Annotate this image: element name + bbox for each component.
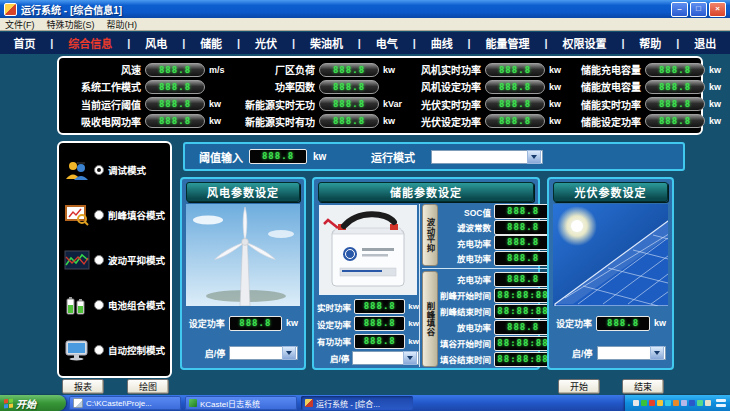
nav-help[interactable]: 帮助 xyxy=(639,35,661,51)
tray-icon[interactable] xyxy=(657,400,663,406)
battery-image xyxy=(319,205,417,295)
filter-const-input[interactable]: 888.8 xyxy=(494,220,552,235)
chevron-down-icon[interactable] xyxy=(650,346,664,360)
taskbar-item-log-system[interactable]: KCastel日志系统 xyxy=(185,396,297,410)
radio-debug-mode[interactable] xyxy=(94,165,104,175)
app-window-icon xyxy=(305,399,313,407)
close-button[interactable]: × xyxy=(709,2,726,17)
nav-electric[interactable]: 电气 xyxy=(376,35,398,51)
chevron-down-icon[interactable] xyxy=(403,351,417,365)
mode-option-auto-control[interactable]: 自动控制模式 xyxy=(64,339,165,361)
valley-start-time-input[interactable]: 88:88:88 xyxy=(494,336,552,351)
taskbar-item-folder[interactable]: C:\KCastel\Proje... xyxy=(69,396,181,410)
tray-icon[interactable] xyxy=(689,400,695,406)
threshold-input[interactable]: 888.8 xyxy=(249,149,307,164)
radio-smoothing-mode[interactable] xyxy=(94,255,104,265)
mode-option-battery-combo[interactable]: 电池组合模式 xyxy=(64,294,165,316)
windows-logo-icon xyxy=(4,398,13,408)
chevron-down-icon[interactable] xyxy=(282,346,296,360)
tray-icon[interactable] xyxy=(649,400,655,406)
storage-panel-header: 储能参数设定 xyxy=(318,182,534,202)
led-display: 888.8 xyxy=(645,63,705,77)
storage-active-power-row: 有功功率 888.8 kw xyxy=(317,334,419,349)
tray-icon[interactable] xyxy=(681,400,687,406)
chart-magnifier-icon xyxy=(64,204,90,226)
tray-icon[interactable] xyxy=(705,400,711,406)
metric-wind-realtime: 风机实时功率888.8kw xyxy=(407,62,565,77)
app-icon xyxy=(4,3,17,16)
radio-peak-shaving-mode[interactable] xyxy=(94,210,104,220)
maximize-button[interactable]: □ xyxy=(690,2,707,17)
threshold-label: 阈值输入 xyxy=(199,149,243,165)
peak-end-time-input[interactable]: 88:88:88 xyxy=(494,304,552,319)
mode-option-debug[interactable]: 调试模式 xyxy=(64,159,165,181)
nav-separator: | xyxy=(358,37,361,49)
nav-diesel[interactable]: 柴油机 xyxy=(310,35,343,51)
menu-file[interactable]: 文件(F) xyxy=(5,18,35,31)
chevron-down-icon[interactable] xyxy=(527,150,541,164)
metrics-row: 风速888.8m/s 厂区负荷888.8kw 风机实时功率888.8kw 储能充… xyxy=(67,62,693,77)
storage-realtime-power-row: 实时功率 888.8 kw xyxy=(317,299,419,314)
led-display: 888.8 xyxy=(645,97,705,111)
radio-battery-combo-mode[interactable] xyxy=(94,300,104,310)
wind-start-stop-select[interactable] xyxy=(229,346,298,360)
start-run-button[interactable]: 开始 xyxy=(558,379,600,394)
ps-charge-power-input[interactable]: 888.8 xyxy=(494,272,552,287)
taskbar-item-run-system[interactable]: 运行系统 - [综合... xyxy=(301,396,413,410)
led-display: 888.8 xyxy=(145,97,205,111)
led-display: 888.8 xyxy=(354,299,405,314)
led-display: 888.8 xyxy=(319,63,379,77)
solar-start-stop-select[interactable] xyxy=(597,346,667,360)
nav-separator: | xyxy=(676,37,679,49)
ps-discharge-power-input[interactable]: 888.8 xyxy=(494,320,552,335)
run-mode-select[interactable] xyxy=(431,150,543,164)
nav-exit[interactable]: 退出 xyxy=(694,35,716,51)
storage-settings-panel: 储能参数设定 xyxy=(312,177,540,370)
nav-curves[interactable]: 曲线 xyxy=(431,35,453,51)
draw-button[interactable]: 绘图 xyxy=(127,379,169,394)
report-button[interactable]: 报表 xyxy=(62,379,104,394)
valley-end-time-input[interactable]: 88:88:88 xyxy=(494,352,552,367)
tray-icon[interactable] xyxy=(665,400,671,406)
wind-set-power-input[interactable]: 888.8 xyxy=(229,316,282,331)
clock-area xyxy=(716,399,726,407)
nav-wind[interactable]: 风电 xyxy=(145,35,167,51)
nav-overview[interactable]: 综合信息 xyxy=(68,35,112,51)
metrics-row: 系统工作模式888.8 功率因数888.8 风机设定功率888.8kw 储能放电… xyxy=(67,79,693,94)
peak-shaving-tab: 削峰填谷 xyxy=(422,271,438,367)
tray-icon[interactable] xyxy=(673,400,679,406)
menu-special[interactable]: 特殊功能(S) xyxy=(47,18,95,31)
nav-separator: | xyxy=(127,37,130,49)
solar-set-power-input[interactable]: 888.8 xyxy=(596,316,650,331)
nav-permissions[interactable]: 权限设置 xyxy=(562,35,606,51)
nav-home[interactable]: 首页 xyxy=(13,35,35,51)
tray-icon[interactable] xyxy=(641,400,647,406)
mode-option-peak-shaving[interactable]: 削峰填谷模式 xyxy=(64,204,165,226)
end-run-button[interactable]: 结束 xyxy=(622,379,664,394)
run-mode-label: 运行模式 xyxy=(371,149,415,165)
led-display: 888.8 xyxy=(319,80,379,94)
start-button[interactable]: 开始 xyxy=(0,395,66,411)
nav-solar[interactable]: 光伏 xyxy=(255,35,277,51)
wind-panel-header: 风电参数设定 xyxy=(186,182,300,202)
led-display: 888.8 xyxy=(485,63,545,77)
mode-option-smoothing[interactable]: 波动平抑模式 xyxy=(64,249,165,271)
storage-start-stop-select[interactable] xyxy=(352,351,419,365)
menu-help[interactable]: 帮助(H) xyxy=(107,18,138,31)
nav-separator: | xyxy=(182,37,185,49)
nav-storage[interactable]: 储能 xyxy=(200,35,222,51)
solar-start-stop-row: 启/停 xyxy=(555,346,666,360)
metric-current-threshold: 当前运行阈值888.8kw xyxy=(67,97,233,112)
radio-auto-control-mode[interactable] xyxy=(94,345,104,355)
tray-icon[interactable] xyxy=(633,400,639,406)
peak-start-time-input[interactable]: 88:88:88 xyxy=(494,288,552,303)
discharge-power-input[interactable]: 888.8 xyxy=(494,251,552,266)
storage-set-power-input[interactable]: 888.8 xyxy=(354,316,405,331)
mode-sidebar: 调试模式 削峰填谷模式 波动平抑模式 电池组合模式 xyxy=(57,141,172,378)
nav-separator: | xyxy=(292,37,295,49)
metric-power-factor: 功率因数888.8 xyxy=(233,79,407,94)
tray-icon[interactable] xyxy=(697,400,703,406)
minimize-button[interactable]: – xyxy=(671,2,688,17)
nav-energy-mgmt[interactable]: 能量管理 xyxy=(486,35,530,51)
charge-power-input[interactable]: 888.8 xyxy=(494,235,552,250)
